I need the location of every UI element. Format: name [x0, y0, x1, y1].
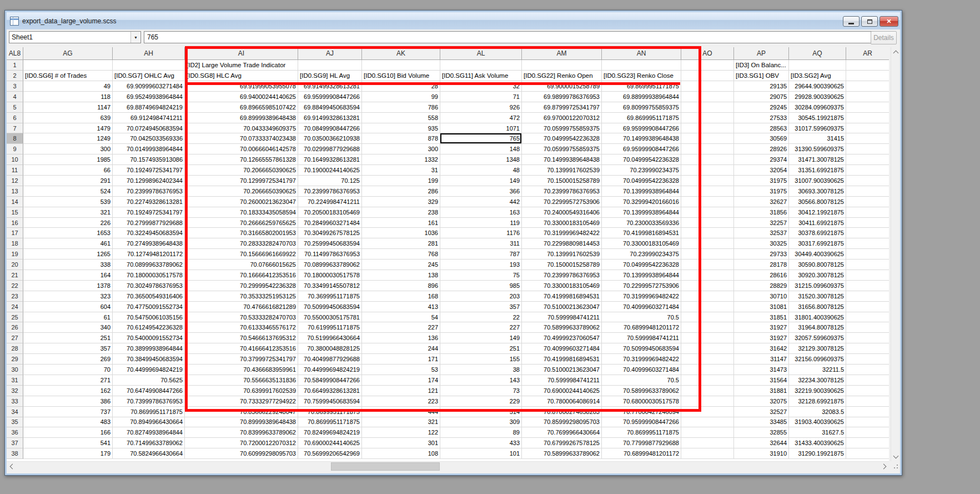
- cell-AL19[interactable]: 787: [440, 249, 522, 260]
- cell-AL17[interactable]: 1176: [440, 228, 522, 238]
- cell-AG19[interactable]: 1265: [23, 249, 113, 260]
- cell-AP12[interactable]: 31975: [734, 176, 789, 186]
- cell-AG12[interactable]: 291: [23, 176, 113, 186]
- column-header-AJ[interactable]: AJ: [298, 47, 362, 60]
- cell-AK25[interactable]: 54: [362, 312, 440, 323]
- cell-AJ13[interactable]: 70.23999786376953: [298, 186, 362, 197]
- cell-AK10[interactable]: 1332: [362, 154, 440, 165]
- cell-AJ16[interactable]: 70.28499603271484: [298, 218, 362, 228]
- cell-AO12[interactable]: [681, 176, 734, 186]
- row-header-22[interactable]: 22: [7, 281, 23, 291]
- cell-AQ24[interactable]: 31656.80078125: [789, 302, 846, 312]
- cell-AM9[interactable]: 70.05999755859375: [522, 144, 602, 154]
- cell-AO18[interactable]: [681, 238, 734, 249]
- cell-AO2[interactable]: [681, 71, 734, 81]
- cell-AI26[interactable]: 70.61333465576172: [185, 322, 298, 333]
- cell-AJ11[interactable]: 70.19000244140625: [298, 165, 362, 176]
- cell-AH2[interactable]: [ID0.SG7] OHLC Avg: [113, 71, 185, 81]
- row-header-16[interactable]: 16: [7, 218, 23, 228]
- cell-AN31[interactable]: 70.5: [602, 375, 681, 386]
- column-header-AQ[interactable]: AQ: [789, 47, 846, 60]
- cell-AG7[interactable]: 1479: [23, 123, 113, 134]
- cell-AH38[interactable]: 70.5824966430664: [113, 448, 185, 459]
- cell-AQ9[interactable]: 31390.599609375: [789, 144, 846, 154]
- cell-AN9[interactable]: 69.95999908447266: [602, 144, 681, 154]
- cell-AI7[interactable]: 70.0433349609375: [185, 123, 298, 134]
- cell-AP6[interactable]: 27533: [734, 113, 789, 123]
- row-header-34[interactable]: 34: [7, 407, 23, 417]
- cell-AG34[interactable]: 737: [23, 407, 113, 417]
- cell-AM8[interactable]: 70.04999542236328: [522, 133, 602, 144]
- cell-AH21[interactable]: 70.18000030517578: [113, 270, 185, 281]
- cell-AL33[interactable]: 229: [440, 396, 522, 407]
- cell-AH25[interactable]: 70.54750061035156: [113, 312, 185, 323]
- cell-AN30[interactable]: 70.40999603271484: [602, 365, 681, 375]
- column-header-AO[interactable]: AO: [681, 47, 734, 60]
- cell-AG27[interactable]: 251: [23, 333, 113, 343]
- column-header-AH[interactable]: AH: [113, 47, 185, 60]
- cell-AM35[interactable]: 70.85999298095703: [522, 417, 602, 428]
- cell-AN37[interactable]: 70.77999877929688: [602, 438, 681, 448]
- cell-AR35[interactable]: [846, 417, 889, 428]
- cell-AK17[interactable]: 1036: [362, 228, 440, 238]
- cell-AO34[interactable]: [681, 407, 734, 417]
- cell-AR15[interactable]: [846, 207, 889, 218]
- cell-AH30[interactable]: 70.44999694824219: [113, 365, 185, 375]
- cell-AN13[interactable]: 70.13999938964844: [602, 186, 681, 197]
- cell-AJ6[interactable]: 69.91499328613281: [298, 113, 362, 123]
- cell-AQ10[interactable]: 31471.30078125: [789, 154, 846, 165]
- row-header-20[interactable]: 20: [7, 260, 23, 270]
- cell-AJ2[interactable]: [ID0.SG9] HL Avg: [298, 71, 362, 81]
- cell-AO10[interactable]: [681, 154, 734, 165]
- cell-AP15[interactable]: 31856: [734, 207, 789, 218]
- cell-AR3[interactable]: [846, 81, 889, 92]
- cell-AK29[interactable]: 171: [362, 354, 440, 365]
- cell-AJ31[interactable]: 70.58499908447266: [298, 375, 362, 386]
- cell-AH1[interactable]: [113, 60, 185, 71]
- cell-AL7[interactable]: 1071: [440, 123, 522, 134]
- cell-AO29[interactable]: [681, 354, 734, 365]
- cell-AG29[interactable]: 269: [23, 354, 113, 365]
- cell-AG26[interactable]: 340: [23, 322, 113, 333]
- cell-AQ15[interactable]: 30412.19921875: [789, 207, 846, 218]
- cell-AR21[interactable]: [846, 270, 889, 281]
- cell-AR6[interactable]: [846, 113, 889, 123]
- cell-AR11[interactable]: [846, 165, 889, 176]
- cell-AH18[interactable]: 70.27499389648438: [113, 238, 185, 249]
- scroll-left-icon[interactable]: [7, 462, 16, 471]
- cell-AN22[interactable]: 70.22999572753906: [602, 281, 681, 291]
- cell-AK4[interactable]: 99: [362, 92, 440, 102]
- cell-AK37[interactable]: 301: [362, 438, 440, 448]
- cell-AJ4[interactable]: 69.95999908447266: [298, 92, 362, 102]
- cell-AO9[interactable]: [681, 144, 734, 154]
- cell-AG13[interactable]: 524: [23, 186, 113, 197]
- cell-AJ9[interactable]: 70.02999877929688: [298, 144, 362, 154]
- cell-AK34[interactable]: 444: [362, 407, 440, 417]
- cell-AJ18[interactable]: 70.25999450683594: [298, 238, 362, 249]
- cell-AG3[interactable]: 49: [23, 81, 113, 92]
- cell-AM30[interactable]: 70.51000213623047: [522, 365, 602, 375]
- cell-AL27[interactable]: 149: [440, 333, 522, 343]
- cell-AK9[interactable]: 300: [362, 144, 440, 154]
- cell-AQ11[interactable]: 31351.69921875: [789, 165, 846, 176]
- row-header-3[interactable]: 3: [7, 81, 23, 92]
- cell-AP30[interactable]: 31473: [734, 365, 789, 375]
- cell-AN33[interactable]: 70.68000030517578: [602, 396, 681, 407]
- cell-AQ20[interactable]: 30590.80078125: [789, 260, 846, 270]
- cell-AR17[interactable]: [846, 228, 889, 238]
- cell-AM16[interactable]: 70.33000183105469: [522, 218, 602, 228]
- selected-cell-AL8[interactable]: 765: [440, 133, 522, 144]
- cell-AI18[interactable]: 70.28333282470703: [185, 238, 298, 249]
- cell-AK6[interactable]: 558: [362, 113, 440, 123]
- cell-AN5[interactable]: 69.80999755859375: [602, 102, 681, 113]
- scroll-up-icon[interactable]: [891, 47, 901, 57]
- cell-value-field[interactable]: 765: [144, 31, 872, 43]
- cell-AL23[interactable]: 203: [440, 291, 522, 302]
- cell-AM38[interactable]: 70.58999633789062: [522, 448, 602, 459]
- cell-AP5[interactable]: 29245: [734, 102, 789, 113]
- cell-AR20[interactable]: [846, 260, 889, 270]
- cell-AN14[interactable]: 70.32999420166016: [602, 197, 681, 207]
- cell-AL14[interactable]: 442: [440, 197, 522, 207]
- cell-AH11[interactable]: 70.19249725341797: [113, 165, 185, 176]
- cell-AR16[interactable]: [846, 218, 889, 228]
